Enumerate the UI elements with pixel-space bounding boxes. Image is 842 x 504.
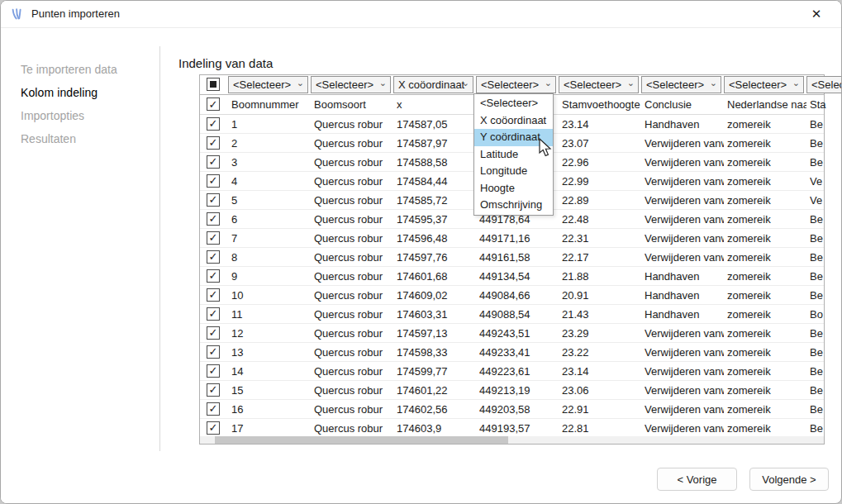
row-checkbox[interactable]: ✓ (207, 326, 220, 340)
dropdown-option[interactable]: Omschrijving (474, 197, 553, 214)
column-selector-combo-3[interactable]: <Selecteer>⌄ (476, 76, 556, 93)
table-row: ✓15Quercus robur174601,22449213,1923.06V… (200, 381, 824, 400)
cell: 23.06 (562, 384, 641, 397)
cell: Quercus robur (314, 251, 393, 264)
table-row: ✓7Quercus robur174596,48449171,1622.31Ve… (200, 229, 824, 248)
row-checkbox[interactable]: ✓ (207, 231, 220, 245)
cell: 4 (231, 175, 311, 188)
combo-selected-value: <Selecteer> (233, 78, 291, 91)
cell: Verwijderen vanw (645, 403, 724, 416)
sidebar-item-te-importeren-data[interactable]: Te importeren data (21, 63, 117, 76)
table-row: ✓13Quercus robur174598,33449233,4123.22V… (200, 343, 824, 362)
cell: 23.29 (562, 327, 641, 340)
chevron-down-icon: ⌄ (297, 78, 304, 88)
cell: 15 (231, 384, 311, 397)
cell: Verwijderen vanw (645, 194, 724, 207)
cell: 174598,33 (397, 346, 476, 359)
dropdown-option[interactable]: <Selecteer> (474, 95, 553, 112)
check-icon: ✓ (207, 308, 219, 320)
cell: 12 (231, 327, 311, 340)
combo-selected-value: <Selecteer> (564, 78, 621, 91)
row-checkbox[interactable]: ✓ (207, 250, 220, 264)
cell: 23.22 (562, 346, 641, 359)
dropdown-option[interactable]: Longitude (474, 163, 553, 180)
row-checkbox[interactable]: ✓ (207, 174, 220, 188)
cell: zomereik (727, 346, 806, 359)
horizontal-scrollbar-thumb[interactable] (215, 436, 508, 444)
cell: Handhaven (645, 270, 724, 283)
column-selector-combo-0[interactable]: <Selecteer>⌄ (228, 76, 308, 93)
cell: 22.81 (562, 422, 641, 435)
column-selector-combo-6[interactable]: <Selecteer>⌄ (724, 76, 804, 93)
sidebar-item-kolom-indeling[interactable]: Kolom indeling (21, 86, 98, 99)
cell: zomereik (727, 308, 806, 321)
check-icon: ✓ (207, 289, 219, 301)
check-icon: ✓ (207, 118, 219, 130)
mouse-cursor (538, 138, 556, 158)
cell: 22.99 (562, 175, 641, 188)
row-checkbox[interactable]: ✓ (207, 117, 220, 131)
app-icon (10, 7, 25, 21)
cell: zomereik (727, 270, 806, 283)
previous-button[interactable]: < Vorige (657, 468, 737, 491)
cell: 449233,41 (479, 346, 559, 359)
row-checkbox[interactable]: ✓ (207, 269, 220, 283)
row-checkbox[interactable]: ✓ (207, 193, 220, 207)
cell: 174603,9 (397, 422, 476, 435)
cell: 22.96 (562, 156, 641, 169)
cell: zomereik (727, 422, 806, 435)
cell: Verwijderen vanw (645, 346, 724, 359)
cell: 21.88 (562, 270, 641, 283)
row-checkbox[interactable]: ✓ (207, 364, 220, 378)
cell: Be (810, 137, 824, 150)
column-selector-combo-5[interactable]: <Selecteer>⌄ (641, 76, 721, 93)
row-checkbox[interactable]: ✓ (207, 307, 220, 321)
cell: 23.14 (562, 365, 641, 378)
dropdown-option[interactable]: X coöordinaat (474, 112, 553, 130)
column-selector-combo-7[interactable]: <Selecteer>⌄ (806, 76, 842, 93)
row-checkbox[interactable]: ✓ (207, 383, 220, 397)
dropdown-option[interactable]: Hoogte (474, 180, 553, 197)
row-checkbox[interactable]: ✓ (207, 288, 220, 302)
header-row-checkbox[interactable]: ✓ (207, 97, 220, 111)
row-checkbox[interactable]: ✓ (207, 212, 220, 226)
check-icon: ✓ (207, 156, 219, 168)
check-icon: ✓ (207, 251, 219, 263)
chevron-down-icon: ⌄ (792, 78, 800, 88)
cell: Be (810, 251, 824, 264)
cell: Verwijderen vanw (645, 213, 724, 226)
cell: zomereik (727, 137, 806, 150)
cell: 449203,58 (479, 403, 559, 416)
table-row: ✓10Quercus robur174609,02449084,6620.91H… (200, 286, 824, 305)
column-header: Boomnummer (231, 98, 311, 111)
cell: Quercus robur (314, 118, 393, 131)
combo-selected-value: <Selecteer> (646, 78, 704, 91)
row-checkbox[interactable]: ✓ (207, 402, 220, 416)
cell: 174595,37 (397, 213, 476, 226)
row-checkbox[interactable]: ✓ (207, 345, 220, 359)
cell: zomereik (727, 156, 806, 169)
column-selector-combo-1[interactable]: <Selecteer>⌄ (311, 76, 391, 93)
cell: 174603,31 (397, 308, 476, 321)
row-checkbox[interactable]: ✓ (207, 155, 220, 169)
column-selector-combo-2[interactable]: X coöordinaat⌄ (393, 76, 473, 93)
check-icon: ✓ (207, 346, 219, 358)
row-checkbox[interactable]: ✓ (207, 136, 220, 150)
cell: Handhaven (645, 289, 724, 302)
wizard-steps-sidebar: Te importeren data Kolom indeling Import… (1, 28, 159, 503)
cell: 174587,05 (397, 118, 476, 131)
select-all-checkbox[interactable] (207, 78, 220, 91)
column-selector-combo-4[interactable]: <Selecteer>⌄ (559, 76, 639, 93)
cell: 6 (231, 213, 311, 226)
cell: zomereik (727, 289, 806, 302)
cell: 11 (231, 308, 311, 321)
cell: 174587,97 (397, 137, 476, 150)
sidebar-item-resultaten[interactable]: Resultaten (21, 132, 76, 145)
row-checkbox[interactable]: ✓ (207, 421, 220, 435)
close-button[interactable]: ✕ (798, 1, 835, 27)
cell: Verwijderen vanw (645, 365, 724, 378)
next-button[interactable]: Volgende > (749, 468, 829, 491)
horizontal-scrollbar[interactable] (200, 436, 824, 444)
sidebar-item-importopties[interactable]: Importopties (21, 109, 84, 122)
check-icon: ✓ (207, 365, 219, 377)
